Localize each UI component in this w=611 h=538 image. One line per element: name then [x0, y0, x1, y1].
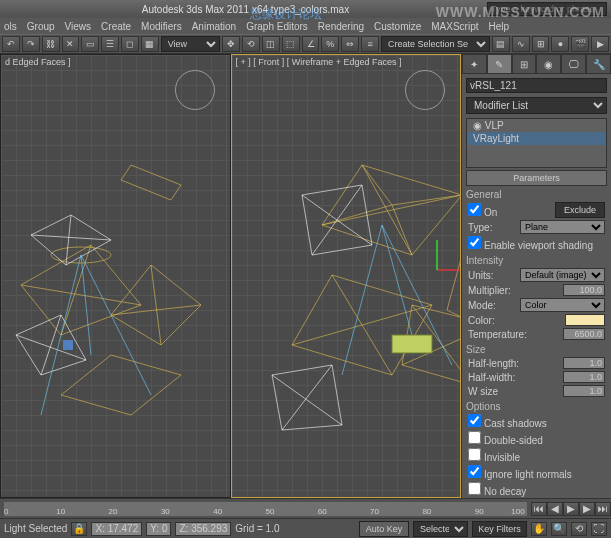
viewport-right-label[interactable]: [ + ] [ Front ] [ Wireframe + Edged Face…	[236, 57, 402, 67]
snap-button[interactable]: ⬚	[282, 36, 300, 52]
x-field[interactable]: X: 17.472	[91, 522, 142, 536]
color-label: Color:	[468, 315, 495, 326]
next-frame-button[interactable]: ▶	[579, 502, 595, 516]
command-panel-tabs: ✦ ✎ ⊞ ◉ 🖵 🔧	[462, 54, 611, 74]
angle-snap-button[interactable]: ∠	[302, 36, 320, 52]
utilities-tab[interactable]: 🔧	[586, 54, 611, 74]
key-filters-button[interactable]: Key Filters	[472, 521, 527, 537]
redo-button[interactable]: ↷	[22, 36, 40, 52]
time-slider[interactable]: 0 10 20 30 40 50 60 70 80 90 100	[4, 502, 527, 516]
type-select[interactable]: Plane	[520, 220, 605, 234]
stack-item-vlp[interactable]: ◉ VLP	[467, 119, 606, 132]
viewports: d Edged Faces ]	[0, 54, 461, 498]
motion-tab[interactable]: ◉	[536, 54, 561, 74]
modifier-stack[interactable]: ◉ VLP VRayLight	[466, 118, 607, 168]
material-editor-button[interactable]: ●	[551, 36, 569, 52]
mode-select[interactable]: Color	[520, 298, 605, 312]
unlink-button[interactable]: ✕	[62, 36, 80, 52]
vp-pan-button[interactable]: ✋	[531, 522, 547, 536]
render-setup-button[interactable]: 🎬	[571, 36, 589, 52]
menu-create[interactable]: Create	[101, 21, 131, 32]
vp-maximize-button[interactable]: ⛶	[591, 522, 607, 536]
percent-snap-button[interactable]: %	[321, 36, 339, 52]
render-button[interactable]: ▶	[591, 36, 609, 52]
viewcube-left[interactable]	[175, 70, 215, 110]
goto-start-button[interactable]: ⏮	[531, 502, 547, 516]
w-size-spinner[interactable]: 1.0	[563, 385, 605, 397]
rotate-button[interactable]: ⟲	[242, 36, 260, 52]
curve-editor-button[interactable]: ∿	[512, 36, 530, 52]
selection-lock-button[interactable]: 🔒	[71, 522, 87, 536]
double-sided-checkbox[interactable]: Double-sided	[468, 431, 543, 446]
create-tab[interactable]: ✦	[462, 54, 487, 74]
display-tab[interactable]: 🖵	[561, 54, 586, 74]
on-checkbox[interactable]: On	[468, 203, 497, 218]
menu-tools[interactable]: ols	[4, 21, 17, 32]
half-width-spinner[interactable]: 1.0	[563, 371, 605, 383]
color-swatch[interactable]	[565, 314, 605, 326]
y-field[interactable]: Y: 0	[146, 522, 171, 536]
modifier-list-select[interactable]: Modifier List	[466, 97, 607, 114]
menu-rendering[interactable]: Rendering	[318, 21, 364, 32]
half-length-label: Half-length:	[468, 358, 519, 369]
viewport-left[interactable]: d Edged Faces ]	[0, 54, 231, 498]
half-width-label: Half-width:	[468, 372, 515, 383]
viewport-right[interactable]: [ + ] [ Front ] [ Wireframe + Edged Face…	[231, 54, 462, 498]
schematic-button[interactable]: ⊞	[532, 36, 550, 52]
named-selection-set[interactable]: Create Selection Se	[381, 36, 490, 52]
stack-item-vraylight[interactable]: VRayLight	[467, 132, 606, 145]
menu-views[interactable]: Views	[65, 21, 92, 32]
viewport-left-label[interactable]: d Edged Faces ]	[5, 57, 71, 67]
refcoord-select[interactable]: View	[161, 36, 220, 52]
z-field[interactable]: Z: 356.293	[175, 522, 231, 536]
exclude-button[interactable]: Exclude	[555, 202, 605, 218]
select-button[interactable]: ▭	[81, 36, 99, 52]
no-decay-checkbox[interactable]: No decay	[468, 482, 526, 497]
menu-customize[interactable]: Customize	[374, 21, 421, 32]
cast-shadows-checkbox[interactable]: Cast shadows	[468, 414, 547, 429]
invisible-checkbox[interactable]: Invisible	[468, 448, 520, 463]
hierarchy-tab[interactable]: ⊞	[512, 54, 537, 74]
vp-orbit-button[interactable]: ⟲	[571, 522, 587, 536]
layers-button[interactable]: ▤	[492, 36, 510, 52]
move-button[interactable]: ✥	[222, 36, 240, 52]
menu-modifiers[interactable]: Modifiers	[141, 21, 182, 32]
goto-end-button[interactable]: ⏭	[595, 502, 611, 516]
watermark: WWW.MISSYUAN.COM	[436, 4, 605, 20]
menu-help[interactable]: Help	[489, 21, 510, 32]
mirror-button[interactable]: ⇔	[341, 36, 359, 52]
prev-frame-button[interactable]: ◀	[547, 502, 563, 516]
vp-zoom-button[interactable]: 🔍	[551, 522, 567, 536]
align-button[interactable]: ≡	[361, 36, 379, 52]
selection-status: Light Selected	[4, 523, 67, 534]
axis-gizmo[interactable]	[437, 240, 461, 270]
viewcube-right[interactable]	[405, 70, 445, 110]
half-length-spinner[interactable]: 1.0	[563, 357, 605, 369]
section-intensity: Intensity	[466, 255, 607, 266]
window-title: Autodesk 3ds Max 2011 x64 type3_colors.m…	[4, 4, 487, 15]
scale-button[interactable]: ◫	[262, 36, 280, 52]
select-name-button[interactable]: ☰	[101, 36, 119, 52]
units-select[interactable]: Default (image)	[520, 268, 605, 282]
menu-maxscript[interactable]: MAXScript	[431, 21, 478, 32]
rollout-parameters[interactable]: Parameters	[466, 170, 607, 186]
crossing-button[interactable]: ▦	[141, 36, 159, 52]
multiplier-spinner[interactable]: 100.0	[563, 284, 605, 296]
object-name-input[interactable]	[466, 78, 607, 93]
viewport-shading-checkbox[interactable]: Enable viewport shading	[468, 236, 593, 251]
modify-tab[interactable]: ✎	[487, 54, 512, 74]
key-mode-select[interactable]: Selected	[413, 521, 468, 537]
temperature-spinner[interactable]: 6500.0	[563, 328, 605, 340]
timeline[interactable]: 0 10 20 30 40 50 60 70 80 90 100 ⏮ ◀ ▶ ▶…	[0, 498, 611, 518]
menu-group[interactable]: Group	[27, 21, 55, 32]
ignore-normals-checkbox[interactable]: Ignore light normals	[468, 465, 572, 480]
mode-label: Mode:	[468, 300, 496, 311]
auto-key-button[interactable]: Auto Key	[359, 521, 409, 537]
gizmo-handle[interactable]	[63, 340, 73, 350]
menu-animation[interactable]: Animation	[192, 21, 236, 32]
play-button[interactable]: ▶	[563, 502, 579, 516]
rect-select-button[interactable]: ◻	[121, 36, 139, 52]
link-button[interactable]: ⛓	[42, 36, 60, 52]
command-panel: ✦ ✎ ⊞ ◉ 🖵 🔧 Modifier List ◉ VLP VRayLigh…	[461, 54, 611, 498]
undo-button[interactable]: ↶	[2, 36, 20, 52]
